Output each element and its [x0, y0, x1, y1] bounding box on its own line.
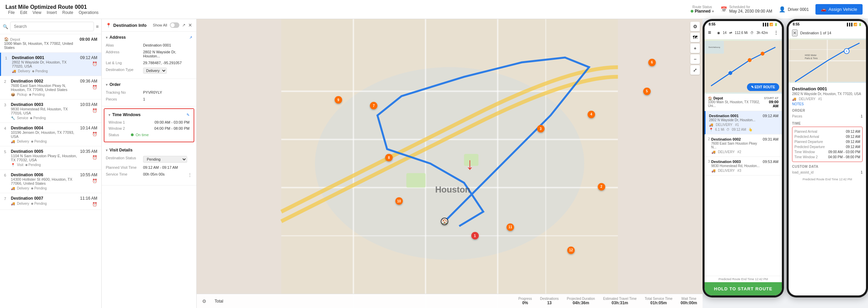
- phone1-status-bar: 8:55 ▐▐▐ 📶 🔋: [705, 21, 782, 28]
- menu-route[interactable]: Route: [62, 10, 73, 15]
- phone2-custom-section: CUSTOM DATA: [792, 165, 863, 168]
- route-item-3[interactable]: 3 Destination 0003 9830 Homestead Rd, Ho…: [0, 99, 101, 123]
- map-pin-3[interactable]: 3: [537, 125, 545, 132]
- map-pin-11[interactable]: 11: [507, 223, 514, 231]
- layers-button[interactable]: 🗺: [690, 33, 700, 42]
- phone2-predicted-departure: Predicted Departure 09:12 AM: [794, 144, 860, 149]
- item-name-3: Destination 0003: [11, 102, 78, 107]
- phone1-menu-button[interactable]: ≡: [708, 30, 711, 36]
- phone1-item3-time: 09:53 AM: [763, 160, 778, 164]
- route-status-text[interactable]: Planned: [695, 9, 711, 14]
- route-item-6[interactable]: 6 Destination 0006 14300 Hollister St #6…: [0, 170, 101, 193]
- phone1-route-item-3[interactable]: 3 Destination 0003 9830 Homestead Rd, Ho…: [705, 157, 782, 176]
- dest-status-row: Destination Status Pending Completed Fai…: [106, 155, 192, 164]
- pickup-icon-2: 📦: [11, 93, 15, 96]
- show-all-toggle[interactable]: [170, 22, 179, 28]
- more-options-icon[interactable]: ⋮: [188, 172, 192, 178]
- window1-value: 09:00 AM - 03:00 PM: [155, 120, 190, 124]
- delivery-icon-7: 🚚: [11, 202, 15, 205]
- phone1-item3-addr: 9830 Homestead Rd, Houston...: [711, 164, 763, 168]
- time-windows-body: Window 1 09:00 AM - 03:00 PM Window 2 04…: [104, 119, 194, 142]
- desttype-label: Destination Type: [106, 68, 143, 74]
- menu-file[interactable]: File: [8, 10, 15, 15]
- chevron-down-icon[interactable]: ▾: [712, 10, 714, 13]
- footer-total: Total: [215, 299, 223, 304]
- search-input[interactable]: [10, 22, 94, 31]
- edit-route-button[interactable]: ✎ EDIT ROUTE: [747, 83, 779, 91]
- dest-status-select[interactable]: Pending Completed Failed: [143, 156, 187, 163]
- service-icon-3: 🔧: [11, 116, 15, 120]
- menu-insert[interactable]: Insert: [47, 10, 57, 15]
- pending-dot-3: [30, 117, 32, 119]
- phone1-more-button[interactable]: ⋮: [774, 30, 778, 35]
- menu-view[interactable]: View: [33, 10, 41, 15]
- map-pin-10[interactable]: 10: [395, 197, 403, 205]
- distance-icon: 📍: [709, 128, 713, 131]
- fullscreen-button[interactable]: ⤢: [690, 65, 700, 75]
- assign-vehicle-button[interactable]: 🚗 Assign Vehicle: [815, 4, 863, 15]
- clock-icon-header: ⏱: [750, 31, 754, 35]
- pieces-label: Pieces: [106, 97, 143, 101]
- window1-label: Window 1: [108, 120, 125, 124]
- phone1-item1-bottom: 📍 6.1 Mi ⏱ 09:12 AM 👆: [709, 128, 778, 131]
- map-pin-12[interactable]: 12: [567, 247, 575, 254]
- zoom-in-button[interactable]: +: [690, 43, 700, 53]
- order-section-header[interactable]: ▾ Order: [102, 79, 196, 89]
- address-field-label: Address: [106, 50, 143, 58]
- map-pin-6[interactable]: 6: [648, 59, 656, 66]
- map-pin-8[interactable]: 8: [385, 154, 393, 161]
- filter-icon[interactable]: ≡: [96, 24, 99, 29]
- window1-row: Window 1 09:00 AM - 03:00 PM: [108, 119, 190, 125]
- predicted-arrival-label: Predicted Arrival: [794, 135, 819, 139]
- phone1-depot-label: 🏠 Depot: [708, 96, 764, 100]
- route-item-5[interactable]: 5 Destination 0005 1104 N Sam Houston Pk…: [0, 146, 101, 170]
- phone2-time-window2: Time Window 2 04:00 PM - 08:00 PM: [794, 155, 860, 160]
- dest-status-label: Destination Status: [106, 156, 143, 163]
- external-link-icon[interactable]: ↗: [182, 23, 185, 28]
- map-pin-1[interactable]: 1: [471, 232, 479, 239]
- phone1-dest-count: 14: [723, 31, 727, 35]
- phone1-screen: 8:55 ▐▐▐ 📶 🔋 ≡ ◉ 14 ⇄: [705, 21, 782, 295]
- address-section-header[interactable]: ▾ Address ↗: [102, 32, 196, 42]
- notes-label[interactable]: NOTES: [792, 102, 863, 106]
- item-num-5: 5: [4, 150, 9, 154]
- route-item-2[interactable]: 2 Destination 0002 7600 East Sam Houston…: [0, 76, 101, 99]
- map-placeholder: Houston 🏠 1 2 3 4 5 6 7 8 9 10 11 12 ↓ ⚙: [197, 19, 703, 308]
- time-windows-header[interactable]: ▾ Time Windows ✎: [104, 109, 194, 119]
- map-pin-5[interactable]: 5: [643, 88, 651, 95]
- phone1-start-button[interactable]: HOLD TO START ROUTE: [705, 282, 782, 295]
- item-address-4: 10196 Jensen Dr, Houston, TX 77093, USA: [11, 130, 78, 139]
- map-area: Houston 🏠 1 2 3 4 5 6 7 8 9 10 11 12 ↓ ⚙: [197, 19, 703, 308]
- item-name-7: Destination 0007: [11, 196, 78, 201]
- dest-type-select[interactable]: Delivery Pickup Service: [143, 68, 167, 74]
- menu-operations[interactable]: Operations: [79, 10, 99, 15]
- zoom-out-button[interactable]: −: [690, 54, 700, 64]
- phone2-status-icons: ▐▐▐ 📶 🔋: [846, 23, 862, 26]
- visit-icon-5: 📍: [11, 163, 15, 167]
- phone2-map-svg: 1 HISD Motor Parts & Tires: [789, 39, 866, 83]
- order-section: ▾ Order Tracking No PYVR0YLY Pieces 1: [102, 79, 196, 106]
- close-button[interactable]: ✕: [188, 22, 192, 28]
- footer-gear-icon[interactable]: ⚙: [202, 298, 206, 304]
- main-layout: 🔍 ≡ 🏠 Depot 1000 Main St, Houston, TX 77…: [0, 19, 868, 308]
- phone1-route-item-2[interactable]: 2 Destination 0002 7600 East Sam Houston…: [705, 134, 782, 157]
- route-item-7[interactable]: 7 Destination 0007 🚚 Delivery Pending 11…: [0, 193, 101, 210]
- map-controls: ⚙ 🗺 + − ⤢: [690, 22, 700, 75]
- phone2-close-button[interactable]: ✕: [792, 30, 797, 36]
- visit-details-header[interactable]: ▾ Visit Details: [102, 144, 196, 155]
- map-pin-7[interactable]: 7: [370, 102, 377, 109]
- phone1-route-item-1[interactable]: Destination 0001 2802 N Wayside Dr, Hous…: [705, 111, 782, 134]
- menu-edit[interactable]: Edit: [20, 10, 27, 15]
- clock-icon-4: ⏰: [92, 132, 97, 137]
- route-item-4[interactable]: 4 Destination 0004 10196 Jensen Dr, Hous…: [0, 123, 101, 146]
- edit-time-windows-icon[interactable]: ✎: [186, 113, 190, 117]
- battery-icon2: 🔋: [858, 23, 862, 26]
- item-name-4: Destination 0004: [11, 126, 78, 130]
- phone1-item3-num: 3: [708, 160, 710, 163]
- map-pin-4[interactable]: 4: [588, 111, 595, 118]
- settings-map-button[interactable]: ⚙: [690, 22, 700, 31]
- map-pin-9[interactable]: 9: [335, 96, 342, 104]
- route-item-1[interactable]: 1 Destination 0001 2802 N Wayside Dr, Ho…: [0, 53, 101, 76]
- edit-address-icon[interactable]: ↗: [189, 35, 192, 40]
- map-pin-2[interactable]: 2: [598, 183, 605, 191]
